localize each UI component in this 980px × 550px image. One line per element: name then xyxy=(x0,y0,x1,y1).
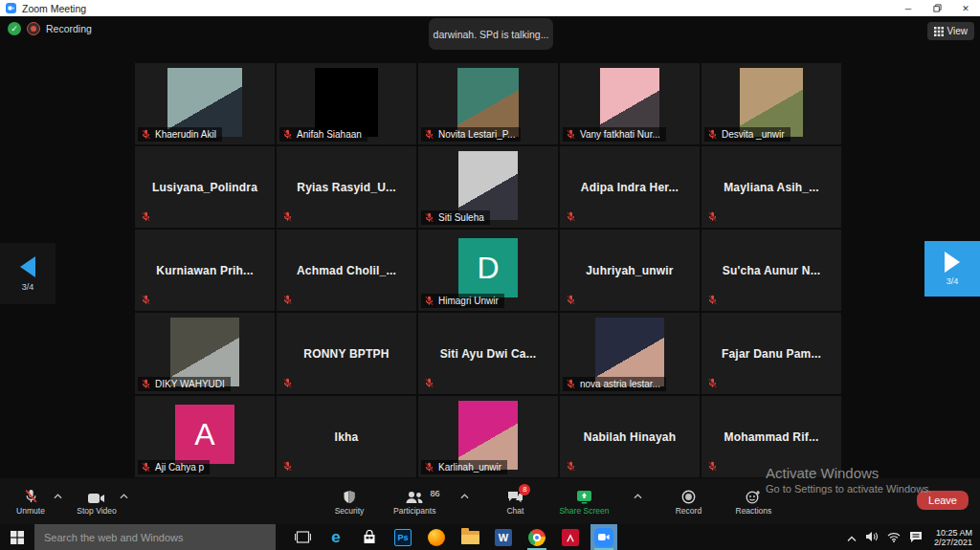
participants-options-chevron[interactable] xyxy=(460,486,469,503)
muted-mic-icon xyxy=(424,129,434,140)
video-options-chevron[interactable] xyxy=(120,486,128,503)
participant-tile[interactable]: RONNY BPTPH xyxy=(277,313,416,394)
recording-icon[interactable] xyxy=(27,22,40,35)
start-button[interactable] xyxy=(0,524,34,550)
muted-mic-icon xyxy=(707,461,718,472)
close-button[interactable]: ✕ xyxy=(951,0,980,16)
chrome-icon[interactable] xyxy=(523,524,550,550)
participant-tile[interactable]: Lusiyana_Polindra xyxy=(135,146,275,228)
participant-tile[interactable]: Kurniawan Prih... xyxy=(135,230,275,311)
participant-name: DIKY WAHYUDI xyxy=(155,379,225,389)
muted-mic-icon xyxy=(566,379,576,389)
muted-mic-icon xyxy=(282,211,293,222)
muted-mic-icon xyxy=(282,378,293,388)
chat-button[interactable]: Chat 8 xyxy=(494,488,536,516)
participant-tile[interactable]: Ryias Rasyid_U... xyxy=(277,146,416,228)
stop-video-button[interactable]: Stop Video xyxy=(76,488,118,516)
muted-mic-icon xyxy=(282,129,293,140)
participant-tile[interactable]: Nabilah Hinayah xyxy=(560,396,700,477)
tray-time: 10:25 AM xyxy=(934,528,972,538)
page-indicator: 3/4 xyxy=(947,276,959,286)
participant-tile[interactable]: AAji Cahya p xyxy=(135,396,275,477)
microsoft-store-icon[interactable] xyxy=(356,524,383,550)
participant-tile[interactable]: nova astria lestar... xyxy=(560,313,700,394)
participant-name: nova astria lestar... xyxy=(580,379,660,389)
muted-mic-icon xyxy=(141,295,151,305)
task-view-icon[interactable] xyxy=(289,524,316,550)
participant-tile[interactable]: Achmad Cholil_... xyxy=(277,230,416,311)
participant-tile[interactable]: Ikha xyxy=(277,396,416,477)
next-page-button[interactable]: 3/4 xyxy=(924,241,980,297)
participant-name: Achmad Cholil_... xyxy=(277,230,416,311)
record-button[interactable]: Record xyxy=(667,488,709,516)
word-icon[interactable]: W xyxy=(490,524,517,550)
avatar: A xyxy=(175,405,234,464)
edge-icon[interactable]: e xyxy=(323,524,349,550)
participant-name: Lusiyana_Polindra xyxy=(135,146,275,228)
participant-tile[interactable]: Adipa Indra Her... xyxy=(560,146,700,228)
participant-name: Khaerudin Akil xyxy=(155,129,216,140)
muted-mic-icon xyxy=(566,211,576,222)
participants-button[interactable]: Participants 86 xyxy=(393,488,435,516)
muted-mic-icon xyxy=(424,212,434,223)
previous-page-button[interactable]: 3/4 xyxy=(0,243,56,304)
muted-mic-icon xyxy=(707,378,718,388)
toast-text: darwinah. SPd is talking... xyxy=(434,29,549,40)
acrobat-icon[interactable] xyxy=(557,524,584,550)
shield-icon xyxy=(343,488,356,504)
view-button[interactable]: View xyxy=(927,22,975,40)
participant-name: Karlinah_unwir xyxy=(438,462,501,473)
participant-tile[interactable]: Vany fatkhati Nur... xyxy=(560,63,700,144)
participant-tile[interactable]: Fajar Danu Pam... xyxy=(702,313,841,394)
participant-tile[interactable]: Mohammad Rif... xyxy=(702,396,841,477)
zoom-meeting-window: Zoom Meeting ─ ✕ ✓ Recording darwinah. S… xyxy=(0,0,980,550)
unmute-options-chevron[interactable] xyxy=(54,486,62,503)
participant-tile[interactable]: Juhriyah_unwir xyxy=(560,230,700,311)
leave-button[interactable]: Leave xyxy=(917,491,969,510)
photoshop-icon[interactable]: Ps xyxy=(390,524,416,550)
clock[interactable]: 10:25 AM 2/27/2021 xyxy=(934,528,972,547)
participant-tile[interactable]: Su'cha Aunur N... xyxy=(702,230,841,311)
participant-tile[interactable]: DHimagri Unwir xyxy=(418,230,558,311)
stop-video-label: Stop Video xyxy=(77,506,116,516)
participant-tile[interactable]: Siti Ayu Dwi Ca... xyxy=(418,313,558,394)
file-explorer-icon[interactable] xyxy=(457,524,483,550)
previous-arrow-icon xyxy=(20,256,35,277)
zoom-taskbar-icon[interactable] xyxy=(590,524,617,550)
reactions-button[interactable]: Reactions xyxy=(732,488,774,516)
participant-name: Aji Cahya p xyxy=(155,462,204,473)
share-screen-button[interactable]: Share Screen xyxy=(559,488,609,516)
muted-mic-icon xyxy=(707,295,718,305)
reactions-smiley-icon xyxy=(746,488,761,504)
security-button[interactable]: Security xyxy=(328,488,370,516)
participant-tile[interactable]: Karlinah_unwir xyxy=(418,396,558,477)
participant-tile[interactable]: Anifah Siahaan xyxy=(277,63,416,144)
muted-mic-icon xyxy=(282,295,293,305)
participant-name: Siti Ayu Dwi Ca... xyxy=(418,313,558,394)
windows-taskbar: e Ps W xyxy=(0,524,980,550)
meeting-toolbar: Unmute Stop Video Security xyxy=(0,478,980,524)
notifications-icon[interactable] xyxy=(909,529,923,546)
restore-button[interactable] xyxy=(923,0,951,16)
participant-tile[interactable]: Khaerudin Akil xyxy=(135,63,275,144)
participant-tile[interactable]: DIKY WAHYUDI xyxy=(135,313,275,394)
minimize-button[interactable]: ─ xyxy=(894,0,923,16)
participant-tile[interactable]: Mayliana Asih_... xyxy=(702,146,841,228)
tray-chevron-icon[interactable] xyxy=(847,529,857,546)
firefox-icon[interactable] xyxy=(423,524,450,550)
encryption-shield-icon[interactable]: ✓ xyxy=(8,22,21,35)
wifi-icon[interactable] xyxy=(887,529,901,546)
participant-name: Vany fatkhati Nur... xyxy=(580,129,660,140)
participant-tile[interactable]: Siti Suleha xyxy=(418,146,558,228)
muted-mic-icon xyxy=(566,129,576,140)
active-speaker-toast: darwinah. SPd is talking... xyxy=(429,18,553,50)
participant-tile[interactable]: Novita Lestari_P... xyxy=(418,63,558,144)
participant-name: Su'cha Aunur N... xyxy=(702,230,841,311)
muted-mic-icon xyxy=(707,129,718,140)
share-options-chevron[interactable] xyxy=(634,486,642,503)
taskbar-search-input[interactable] xyxy=(34,524,276,550)
unmute-button[interactable]: Unmute xyxy=(10,488,52,516)
participant-name: Anifah Siahaan xyxy=(297,129,362,140)
participant-tile[interactable]: Desvita _unwir xyxy=(702,63,841,144)
volume-icon[interactable] xyxy=(865,529,879,546)
